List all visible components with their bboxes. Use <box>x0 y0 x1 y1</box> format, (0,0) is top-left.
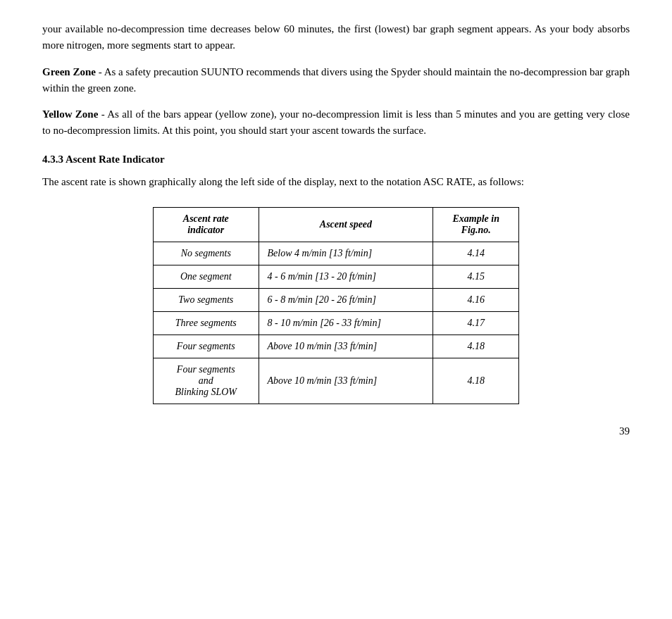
table-row: Three segments8 - 10 m/min [26 - 33 ft/m… <box>154 311 519 334</box>
cell-indicator: Four segments <box>154 334 259 358</box>
table-row: One segment4 - 6 m/min [13 - 20 ft/min]4… <box>154 265 519 288</box>
section-description: The ascent rate is shown graphically alo… <box>42 174 630 190</box>
ascent-rate-table: Ascent rateindicator Ascent speed Exampl… <box>153 207 519 404</box>
table-row: Four segmentsandBlinking SLOWAbove 10 m/… <box>154 358 519 404</box>
cell-example: 4.14 <box>433 242 519 265</box>
yellow-zone-text: - As all of the bars appear (yellow zone… <box>42 108 630 136</box>
cell-indicator: Four segmentsandBlinking SLOW <box>154 358 259 404</box>
page-content: your available no-decompression time dec… <box>42 21 630 437</box>
col-header-example: Example inFig.no. <box>433 207 519 242</box>
cell-example: 4.18 <box>433 334 519 358</box>
green-zone-term: Green Zone <box>42 66 96 77</box>
yellow-zone-paragraph: Yellow Zone - As all of the bars appear … <box>42 106 630 139</box>
cell-indicator: Three segments <box>154 311 259 334</box>
table-row: Four segmentsAbove 10 m/min [33 ft/min]4… <box>154 334 519 358</box>
section-heading: 4.3.3 Ascent Rate Indicator <box>42 154 630 165</box>
yellow-zone-term: Yellow Zone <box>42 108 98 120</box>
cell-speed: Below 4 m/min [13 ft/min] <box>259 242 433 265</box>
cell-indicator: Two segments <box>154 288 259 311</box>
cell-example: 4.15 <box>433 265 519 288</box>
cell-indicator: One segment <box>154 265 259 288</box>
table-header-row: Ascent rateindicator Ascent speed Exampl… <box>154 207 519 242</box>
cell-example: 4.16 <box>433 288 519 311</box>
col-header-indicator: Ascent rateindicator <box>154 207 259 242</box>
cell-example: 4.17 <box>433 311 519 334</box>
page-number: 39 <box>42 425 630 437</box>
table-row: No segmentsBelow 4 m/min [13 ft/min]4.14 <box>154 242 519 265</box>
cell-speed: 4 - 6 m/min [13 - 20 ft/min] <box>259 265 433 288</box>
cell-speed: 8 - 10 m/min [26 - 33 ft/min] <box>259 311 433 334</box>
green-zone-text: - As a safety precaution SUUNTO recommen… <box>42 66 630 94</box>
green-zone-paragraph: Green Zone - As a safety precaution SUUN… <box>42 64 630 97</box>
cell-speed: Above 10 m/min [33 ft/min] <box>259 334 433 358</box>
col-header-speed: Ascent speed <box>259 207 433 242</box>
ascent-rate-table-wrapper: Ascent rateindicator Ascent speed Exampl… <box>42 207 630 404</box>
cell-speed: Above 10 m/min [33 ft/min] <box>259 358 433 404</box>
cell-example: 4.18 <box>433 358 519 404</box>
intro-paragraph: your available no-decompression time dec… <box>42 21 630 54</box>
cell-speed: 6 - 8 m/min [20 - 26 ft/min] <box>259 288 433 311</box>
cell-indicator: No segments <box>154 242 259 265</box>
table-row: Two segments6 - 8 m/min [20 - 26 ft/min]… <box>154 288 519 311</box>
